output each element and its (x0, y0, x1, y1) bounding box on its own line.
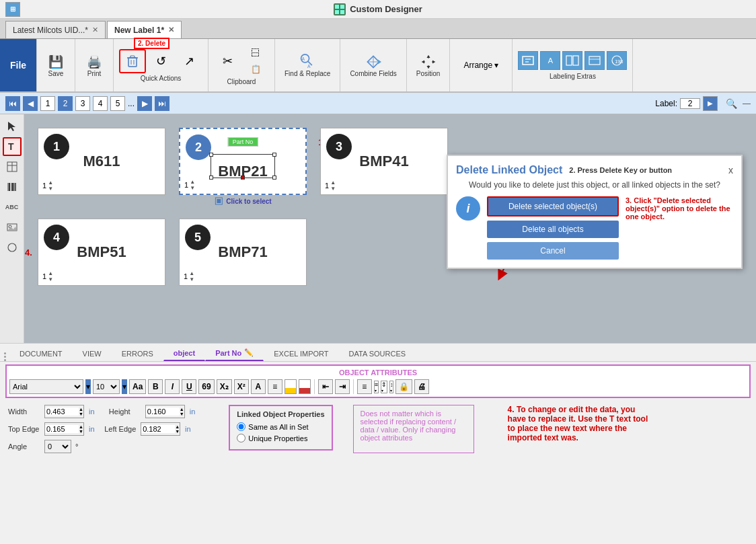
labeling-extra-3[interactable] (562, 51, 582, 70)
highlight-button[interactable] (285, 379, 297, 394)
height-unit: in (190, 407, 196, 416)
designer-icon (334, 3, 346, 15)
label-card-3[interactable]: 3 BMP41 1 ▲▼ (320, 128, 448, 195)
bold-button[interactable]: B (148, 379, 163, 394)
abc-tool[interactable]: ABC (3, 198, 22, 217)
tab-object[interactable]: object (163, 345, 205, 361)
label-card-1[interactable]: 1 M611 1 ▲▼ (38, 128, 165, 195)
print-button-attr[interactable]: 🖨 (414, 379, 429, 394)
tab-excel-import[interactable]: EXCEL IMPORT (264, 345, 338, 361)
labeling-extra-5[interactable]: 193 (607, 51, 627, 70)
copy-button[interactable]: ⿱ (242, 46, 269, 61)
indent-right-button[interactable]: ⇥ (335, 379, 350, 394)
top-edge-input[interactable] (45, 425, 79, 433)
print-button[interactable]: 🖨️ Print (81, 51, 108, 80)
tab-document[interactable]: DOCUMENT (9, 345, 73, 361)
align-left-button[interactable]: ≡ (357, 379, 372, 394)
edit-pencil-icon[interactable]: ✏️ (244, 348, 254, 357)
delete-popup-close[interactable]: x (728, 165, 733, 176)
image-tool[interactable] (3, 218, 22, 237)
font-family-select[interactable]: Arial (9, 379, 83, 394)
position-button[interactable]: Position (412, 51, 445, 80)
underline-button[interactable]: U (182, 379, 196, 394)
tab-1[interactable]: New Label 1* ✕ (107, 21, 182, 38)
page-last-button[interactable]: ⏭ (155, 96, 169, 111)
labeling-extra-2[interactable]: A (540, 51, 560, 70)
tab-errors[interactable]: ERRORS (112, 345, 163, 361)
tab-0-close[interactable]: ✕ (92, 26, 98, 34)
svg-rect-0 (335, 5, 339, 9)
drag-handle[interactable] (0, 352, 9, 361)
text-color-button[interactable] (299, 379, 311, 394)
angle-select[interactable]: 0 (44, 440, 71, 453)
cancel-button[interactable]: Cancel (487, 242, 619, 260)
purple-note: Does not matter which is selected if rep… (353, 405, 474, 453)
tab-1-close[interactable]: ✕ (168, 26, 174, 34)
label-card-4[interactable]: 4. 4 BMP51 1 ▲▼ (38, 219, 165, 286)
labeling-extra-4[interactable] (584, 51, 605, 70)
font-family-dropdown[interactable]: ▾ (85, 379, 91, 394)
label-card-5[interactable]: 5 BMP71 1 ▲▼ (179, 219, 307, 286)
tab-view[interactable]: VIEW (73, 345, 112, 361)
paste-button[interactable]: 📋 (242, 62, 269, 77)
radio-unique-input[interactable] (237, 434, 245, 442)
tab-part-no[interactable]: Part No ✏️ (205, 345, 264, 361)
shape-tool[interactable] (3, 238, 22, 257)
strikethrough-button[interactable]: 69 (198, 379, 214, 394)
quick-action-3-button[interactable]: ↗ (176, 49, 202, 73)
select-tool[interactable] (3, 117, 22, 136)
height-input[interactable] (146, 407, 180, 416)
text-tool[interactable]: T (3, 137, 22, 156)
page-first-button[interactable]: ⏮ (5, 96, 20, 111)
indent-left-button[interactable]: ⇤ (318, 379, 333, 394)
file-button[interactable]: File (0, 39, 37, 91)
barcode-tool[interactable] (3, 178, 22, 196)
font-size-dropdown[interactable]: ▾ (122, 379, 127, 394)
page-4[interactable]: 4 (93, 96, 108, 111)
label-card-2[interactable]: 2 Part No BMP21 (179, 128, 307, 195)
labeling-extra-1[interactable] (518, 51, 538, 70)
table-tool[interactable] (3, 157, 22, 176)
width-input[interactable] (45, 407, 79, 416)
zoom-out-icon[interactable]: 🔍 (726, 98, 737, 109)
delete-quick-action-button[interactable] (119, 49, 146, 73)
find-replace-button[interactable]: A A Find & Replace (280, 51, 334, 80)
save-button[interactable]: 💾 Save (42, 51, 69, 80)
spacing-dropdown[interactable]: ↕▾ (389, 381, 394, 393)
font-size-select[interactable]: 10 (93, 379, 120, 394)
page-2[interactable]: 2 (58, 96, 73, 111)
page-prev-button[interactable]: ◀ (23, 96, 38, 111)
width-stepper[interactable]: ▲▼ (79, 407, 83, 416)
subscript-button[interactable]: X₂ (217, 379, 232, 394)
svg-text:A: A (302, 56, 305, 61)
tab-0[interactable]: Latest Milcots UID...* ✕ (5, 21, 106, 38)
uppercase-button[interactable]: A (251, 379, 266, 394)
superscript-button[interactable]: X² (234, 379, 249, 394)
italic-button[interactable]: I (165, 379, 180, 394)
combine-fields-button[interactable]: Combine Fields (346, 51, 400, 80)
page-5[interactable]: 5 (110, 96, 125, 111)
cut-button[interactable]: ✂ (214, 46, 241, 77)
cut-icon: ✂ (219, 53, 235, 69)
lock-button[interactable]: 🔒 (395, 379, 412, 394)
height-stepper[interactable]: ▲▼ (180, 407, 184, 416)
radio-same-input[interactable] (237, 422, 245, 431)
left-edge-input[interactable] (141, 425, 175, 433)
arrange-button[interactable]: Arrange ▾ (455, 56, 506, 74)
align-dropdown[interactable]: ≡▾ (374, 381, 379, 393)
go-to-label-button[interactable]: ▶ (703, 96, 718, 111)
top-edge-stepper[interactable]: ▲▼ (79, 424, 83, 434)
delete-all-button[interactable]: Delete all objects (487, 221, 619, 238)
top-edge-unit: in (89, 425, 95, 433)
valign-dropdown[interactable]: ⇕▾ (381, 381, 387, 393)
page-next-button[interactable]: ▶ (137, 96, 152, 111)
label-input[interactable] (680, 98, 700, 109)
quick-action-2-button[interactable]: ↺ (147, 49, 174, 73)
left-edge-stepper[interactable]: ▲▼ (175, 424, 180, 434)
page-3[interactable]: 3 (75, 96, 90, 111)
tab-data-sources[interactable]: DATA SOURCES (339, 345, 416, 361)
delete-selected-button[interactable]: Delete selected object(s) (487, 196, 619, 217)
font-size-adjust-button[interactable]: Aa (129, 379, 146, 394)
page-1[interactable]: 1 (40, 96, 55, 111)
multiline-button[interactable]: ≡ (268, 379, 282, 394)
